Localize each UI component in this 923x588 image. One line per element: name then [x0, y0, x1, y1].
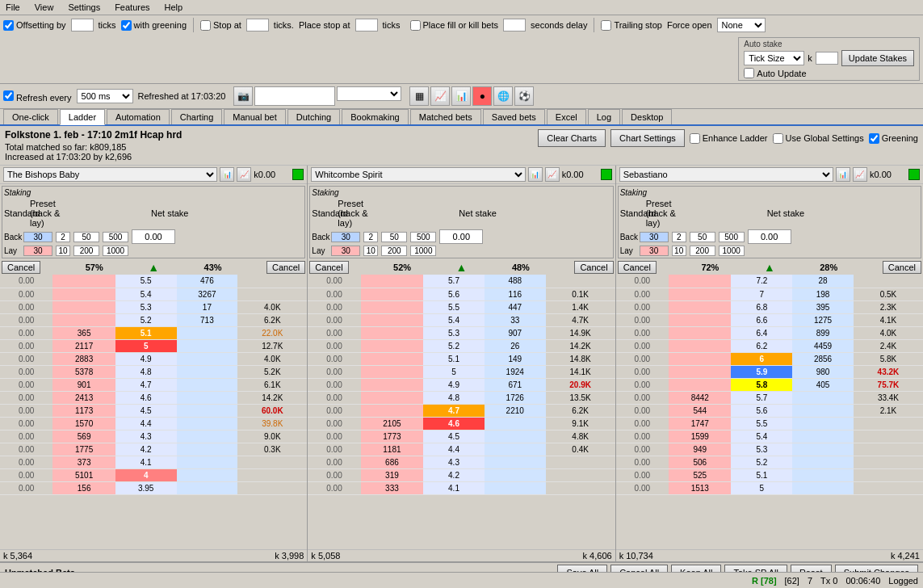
tab-bookmaking[interactable]: Bookmaking	[342, 109, 409, 124]
table-row[interactable]: 0.005.7488	[308, 275, 615, 288]
stop-at-checkbox[interactable]	[200, 20, 211, 31]
global-settings-checkbox[interactable]	[773, 133, 783, 144]
menu-file[interactable]: File	[3, 2, 23, 13]
clear-charts-button[interactable]: Clear Charts	[538, 129, 606, 147]
table-row[interactable]: 0.0017734.54.8K	[308, 430, 615, 443]
search-input[interactable]	[254, 86, 335, 106]
ladder2-lay-p1[interactable]	[363, 246, 378, 256]
ladder1-cancel-right[interactable]: Cancel	[266, 261, 305, 274]
table-row[interactable]: 0.0011734.560.0K	[0, 404, 307, 417]
tab-dutching[interactable]: Dutching	[287, 109, 340, 124]
ladder3-back-p3[interactable]	[719, 232, 745, 242]
ladder2-grid[interactable]: 0.005.74880.005.61160.1K0.005.54471.4K0.…	[308, 275, 615, 549]
chart1-icon[interactable]: 📈	[430, 86, 450, 106]
ladder1-lay-p3[interactable]	[103, 246, 128, 256]
fill-kill-input[interactable]: 0.5	[503, 19, 526, 32]
ladder3-chart-btn[interactable]: 📊	[836, 167, 850, 182]
offsetting-input[interactable]: 1	[71, 19, 94, 32]
menu-settings[interactable]: Settings	[65, 2, 103, 13]
table-row[interactable]: 0.00628565.8K	[616, 352, 923, 365]
ladder1-grid[interactable]: 0.005.54760.005.432670.005.3174.0K0.005.…	[0, 275, 307, 549]
chart-settings-button[interactable]: Chart Settings	[610, 129, 685, 147]
table-row[interactable]: 0.005445.62.1K	[616, 404, 923, 417]
table-row[interactable]: 0.0015704.439.8K	[0, 417, 307, 430]
menu-features[interactable]: Features	[112, 2, 152, 13]
table-row[interactable]: 0.003194.2	[308, 468, 615, 481]
tab-log[interactable]: Log	[588, 109, 620, 124]
ladder2-lay-p2[interactable]	[381, 246, 407, 256]
tab-desktop[interactable]: Desktop	[622, 109, 672, 124]
ladder2-back-p1[interactable]	[363, 232, 378, 242]
ladder2-chart-btn[interactable]: 📊	[528, 167, 543, 182]
ladder3-cancel-right[interactable]: Cancel	[883, 261, 921, 274]
ladder3-grid[interactable]: 0.007.2280.0071980.5K0.006.83952.3K0.006…	[616, 275, 923, 549]
table-row[interactable]: 0.0071980.5K	[616, 288, 923, 300]
tab-excel[interactable]: Excel	[547, 109, 586, 124]
menu-view[interactable]: View	[32, 2, 57, 13]
table-row[interactable]: 0.002117512.7K	[0, 339, 307, 352]
table-row[interactable]: 0.0028834.94.0K	[0, 352, 307, 365]
ladder1-graph-btn[interactable]: 📈	[237, 167, 251, 182]
table-row[interactable]: 0.001563.95	[0, 481, 307, 494]
ladder1-back-p1[interactable]	[56, 232, 70, 242]
table-row[interactable]: 0.004.722106.2K	[308, 404, 615, 417]
table-row[interactable]: 0.005.22614.2K	[308, 339, 615, 352]
table-row[interactable]: 0.005192414.1K	[308, 365, 615, 378]
enhance-ladder-checkbox[interactable]	[690, 133, 700, 144]
ladder3-lay-standard[interactable]	[640, 246, 669, 256]
ladder2-lay-standard[interactable]	[331, 246, 360, 256]
table-row[interactable]: 0.004.967120.9K	[308, 378, 615, 391]
autostake-k-input[interactable]: 1	[816, 52, 838, 65]
tab-manualbet[interactable]: Manual bet	[224, 109, 285, 124]
ladder2-back-standard[interactable]	[331, 232, 360, 242]
ladder1-cancel-left[interactable]: Cancel	[2, 261, 40, 274]
table-row[interactable]: 0.005.27136.2K	[0, 313, 307, 326]
ladder2-graph-btn[interactable]: 📈	[545, 167, 560, 182]
ladder2-cancel-right[interactable]: Cancel	[574, 261, 613, 274]
table-row[interactable]: 0.006.244592.4K	[616, 339, 923, 352]
ladder2-back-p2[interactable]	[381, 232, 407, 242]
ladder3-lay-p1[interactable]	[672, 246, 686, 256]
table-row[interactable]: 0.005.43267	[0, 288, 307, 300]
ladder2-select[interactable]: Whitcombe Spirit	[311, 167, 525, 182]
table-row[interactable]: 0.006.48994.0K	[616, 326, 923, 339]
table-row[interactable]: 0.004.8172613.5K	[308, 391, 615, 404]
table-row[interactable]: 0.005.61160.1K	[308, 288, 615, 300]
ladder1-back-standard[interactable]	[23, 232, 52, 242]
table-row[interactable]: 0.005255.1	[616, 468, 923, 481]
ladder1-select[interactable]: The Bishops Baby	[3, 167, 217, 182]
ladder3-graph-btn[interactable]: 📈	[853, 167, 867, 182]
refresh-select[interactable]: 500 ms	[77, 89, 133, 103]
autostake-type-select[interactable]: Tick Size	[744, 51, 804, 65]
ladder1-lay-p1[interactable]	[56, 246, 70, 256]
table-row[interactable]: 0.0084425.733.4K	[616, 391, 923, 404]
ball-icon[interactable]: ⚽	[514, 86, 534, 106]
grid-icon[interactable]: ▦	[409, 86, 429, 106]
ladder3-lay-p3[interactable]	[719, 246, 745, 256]
tab-savedbets[interactable]: Saved bets	[483, 109, 545, 124]
table-row[interactable]: 0.003334.1	[308, 481, 615, 494]
stop-at-input[interactable]: 2	[246, 19, 269, 32]
table-row[interactable]: 0.0021054.69.1K	[308, 417, 615, 430]
green-icon[interactable]: 🌐	[493, 86, 513, 106]
ladder3-lay-p2[interactable]	[690, 246, 715, 256]
table-row[interactable]: 0.0053784.85.2K	[0, 365, 307, 378]
ladder1-lay-standard[interactable]	[23, 246, 52, 256]
auto-update-checkbox[interactable]	[744, 68, 754, 78]
table-row[interactable]: 0.009014.76.1K	[0, 378, 307, 391]
tab-automation[interactable]: Automation	[107, 109, 170, 124]
offsetting-checkbox[interactable]	[3, 20, 14, 31]
with-greening-checkbox[interactable]	[121, 20, 132, 31]
table-row[interactable]: 0.005065.2	[616, 456, 923, 468]
ladder1-back-p3[interactable]	[103, 232, 128, 242]
ladder3-select[interactable]: Sebastiano	[619, 167, 833, 182]
red-icon[interactable]: ●	[472, 86, 492, 106]
ladder3-back-standard[interactable]	[640, 232, 669, 242]
ladder2-cancel-left[interactable]: Cancel	[309, 261, 348, 274]
table-row[interactable]: 0.005.390714.9K	[308, 326, 615, 339]
table-row[interactable]: 0.005694.39.0K	[0, 430, 307, 443]
fill-kill-checkbox[interactable]	[410, 20, 421, 31]
ladder1-chart-btn[interactable]: 📊	[220, 167, 234, 182]
camera-icon[interactable]: 📷	[233, 86, 253, 106]
tab-matchedbets[interactable]: Matched bets	[410, 109, 481, 124]
